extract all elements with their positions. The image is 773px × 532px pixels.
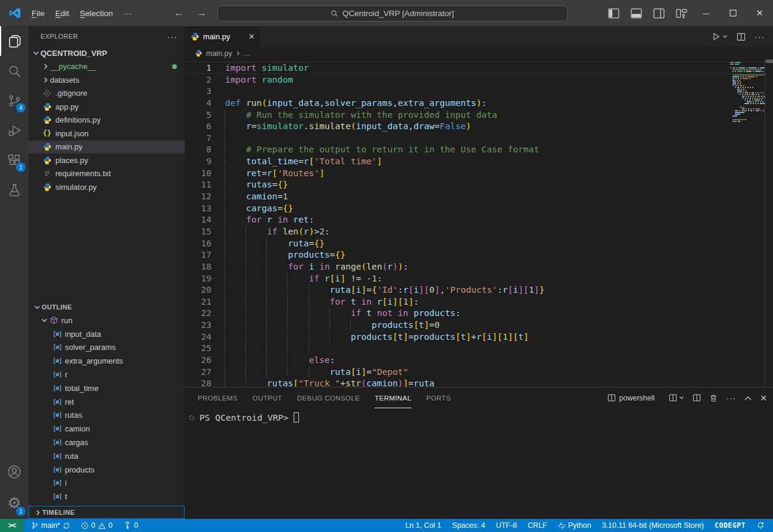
- line-number[interactable]: 16: [185, 237, 211, 249]
- terminal-instance[interactable]: powershell: [607, 394, 655, 402]
- code-line-28[interactable]: 28 rutas["Truck "+str(camion)]=ruta: [185, 377, 773, 387]
- code-line-23[interactable]: 23 products[t]=0: [185, 319, 773, 331]
- notifications-bell-icon[interactable]: [753, 519, 768, 532]
- editor-scrollbar[interactable]: [765, 60, 773, 387]
- forward-arrow-icon[interactable]: →: [195, 7, 209, 19]
- line-number[interactable]: 22: [185, 307, 211, 319]
- code-line-1[interactable]: 1import simulator: [185, 62, 773, 74]
- code-line-16[interactable]: 16 ruta={}: [185, 237, 773, 249]
- panel-tab-debug-console[interactable]: DEBUG CONSOLE: [297, 387, 360, 408]
- source-control-activity-icon[interactable]: 4: [0, 86, 29, 115]
- panel-tab-output[interactable]: OUTPUT: [253, 387, 282, 408]
- line-number[interactable]: 25: [185, 342, 211, 354]
- code-line-2[interactable]: 2import random: [185, 74, 773, 86]
- toggle-panel-icon[interactable]: [625, 4, 647, 22]
- line-number[interactable]: 5: [185, 109, 211, 121]
- breadcrumb-file[interactable]: main.py: [206, 49, 232, 58]
- customize-layout-icon[interactable]: [670, 4, 693, 22]
- tab-main-py[interactable]: main.py ✕: [185, 26, 260, 47]
- file-item-input.json[interactable]: {}input.json: [29, 127, 185, 140]
- code-line-7[interactable]: 7: [185, 132, 773, 144]
- code-line-19[interactable]: 19 if r[i] != -1:: [185, 273, 773, 284]
- status-encoding[interactable]: UTF-8: [493, 519, 520, 532]
- ports-item[interactable]: 0: [120, 519, 142, 532]
- line-number[interactable]: 27: [185, 366, 211, 378]
- code-line-9[interactable]: 9 total_time=r['Total time']: [185, 155, 773, 167]
- status-codegpt[interactable]: CODEGPT: [711, 519, 749, 532]
- code-line-18[interactable]: 18 for i in range(len(r)):: [185, 261, 773, 273]
- run-debug-activity-icon[interactable]: [0, 115, 29, 145]
- panel-tab-problems[interactable]: PROBLEMS: [198, 387, 238, 408]
- panel-more-actions-icon[interactable]: ···: [726, 393, 736, 403]
- close-window-button[interactable]: ✕: [746, 2, 773, 24]
- line-number[interactable]: 2: [185, 74, 211, 86]
- code-line-17[interactable]: 17 products={}: [185, 249, 773, 261]
- line-number[interactable]: 1: [185, 62, 211, 74]
- run-python-file-button[interactable]: [712, 32, 728, 41]
- close-tab-icon[interactable]: ✕: [248, 32, 255, 41]
- line-number[interactable]: 10: [185, 167, 211, 179]
- line-number[interactable]: 23: [185, 319, 211, 331]
- split-editor-icon[interactable]: [737, 33, 746, 41]
- extensions-activity-icon[interactable]: 1: [0, 145, 29, 175]
- timeline-section-header[interactable]: TIMELINE: [29, 506, 185, 519]
- outline-item-t[interactable]: t: [29, 490, 185, 503]
- code-line-25[interactable]: 25: [185, 342, 773, 354]
- settings-gear-icon[interactable]: ⚙ 1: [0, 487, 29, 519]
- explorer-actions-icon[interactable]: ···: [167, 32, 177, 42]
- more-actions-icon[interactable]: ···: [755, 32, 765, 42]
- file-item-simulator.py[interactable]: simulator.py: [29, 180, 185, 194]
- file-item-.gitignore[interactable]: .gitignore: [29, 87, 185, 101]
- testing-activity-icon[interactable]: [0, 175, 29, 205]
- outline-item-camion[interactable]: camion: [29, 422, 185, 436]
- code-line-4[interactable]: 4def run(input_data,solver_params,extra_…: [185, 97, 773, 109]
- line-number[interactable]: 15: [185, 226, 211, 237]
- outline-item-run[interactable]: run: [29, 314, 185, 327]
- minimap[interactable]: [730, 62, 765, 123]
- code-line-8[interactable]: 8 # Prepare the output to return it in t…: [185, 143, 773, 155]
- line-number[interactable]: 24: [185, 331, 211, 343]
- panel-tab-ports[interactable]: PORTS: [426, 387, 451, 408]
- code-line-24[interactable]: 24 products[t]=products[t]+r[i][1][t]: [185, 331, 773, 343]
- minimize-button[interactable]: ─: [693, 2, 719, 24]
- outline-item-products[interactable]: products: [29, 463, 185, 477]
- line-number[interactable]: 13: [185, 202, 211, 214]
- code-line-14[interactable]: 14 for r in ret:: [185, 214, 773, 226]
- line-number[interactable]: 14: [185, 214, 211, 226]
- problems-item[interactable]: 0 0: [77, 519, 116, 532]
- code-line-15[interactable]: 15 if len(r)>2:: [185, 226, 773, 237]
- line-number[interactable]: 20: [185, 284, 211, 296]
- file-item-app.py[interactable]: app.py: [29, 100, 185, 114]
- line-number[interactable]: 4: [185, 97, 211, 109]
- outline-item-i[interactable]: i: [29, 477, 185, 490]
- outline-item-ret[interactable]: ret: [29, 395, 185, 409]
- code-line-20[interactable]: 20 ruta[i]={'Id':r[i][0],'Products':r[i]…: [185, 284, 773, 296]
- menu-selection[interactable]: Selection: [74, 5, 119, 21]
- code-line-21[interactable]: 21 for t in r[i][1]:: [185, 296, 773, 308]
- line-number[interactable]: 3: [185, 85, 211, 97]
- outline-item-total_time[interactable]: total_time: [29, 381, 185, 395]
- line-number[interactable]: 6: [185, 120, 211, 132]
- status-python-interpreter[interactable]: 3.10.11 64-bit (Microsoft Store): [599, 519, 707, 532]
- code-line-3[interactable]: 3: [185, 85, 773, 97]
- outline-item-r[interactable]: r: [29, 368, 185, 381]
- code-editor[interactable]: 1import simulator2import random34def run…: [185, 60, 773, 387]
- breadcrumb[interactable]: main.py ...: [185, 47, 773, 60]
- launch-profile-button[interactable]: [669, 394, 684, 402]
- explorer-activity-icon[interactable]: [0, 26, 29, 56]
- accounts-icon[interactable]: [0, 457, 29, 487]
- git-branch-item[interactable]: main*: [27, 519, 74, 532]
- line-number[interactable]: 28: [185, 377, 211, 387]
- terminal-output[interactable]: PS QCentroid_VRP>: [185, 408, 773, 519]
- status-language-mode[interactable]: Python: [554, 519, 595, 532]
- close-panel-icon[interactable]: ✕: [760, 393, 767, 403]
- toggle-sidebar-icon[interactable]: [602, 4, 625, 22]
- search-activity-icon[interactable]: [0, 56, 29, 86]
- file-item-places.py[interactable]: places.py: [29, 154, 185, 167]
- status-cursor-position[interactable]: Ln 1, Col 1: [402, 519, 445, 532]
- menu-edit[interactable]: Edit: [50, 5, 74, 21]
- maximize-panel-icon[interactable]: [744, 396, 752, 400]
- command-decoration-icon[interactable]: [189, 415, 194, 420]
- code-line-13[interactable]: 13 cargas={}: [185, 202, 773, 214]
- line-number[interactable]: 26: [185, 354, 211, 366]
